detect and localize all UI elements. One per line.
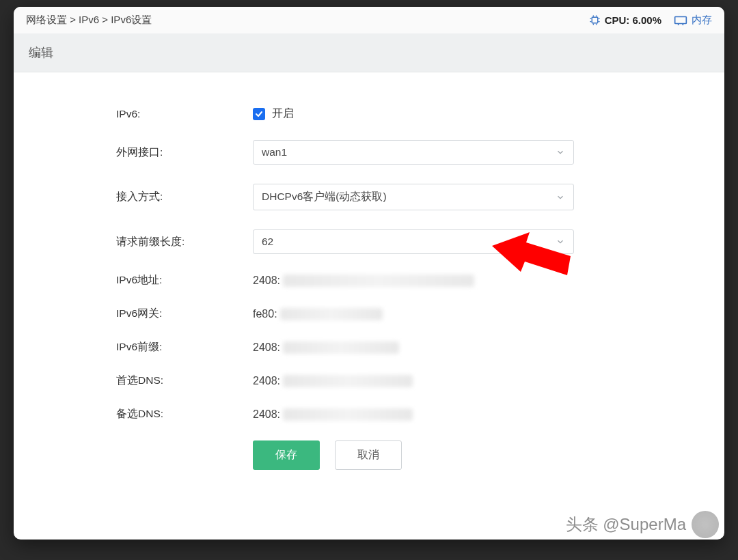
cancel-button[interactable]: 取消 [335,440,402,470]
ipv6-enable-label: 开启 [272,107,294,121]
label-ipv6: IPv6: [116,108,253,120]
redacted-text [283,375,413,387]
redacted-text [280,308,383,320]
ipv6-address-value: 2408: [253,275,280,287]
row-primary-dns: 首选DNS: 2408: [116,374,683,388]
memory-label: 内存 [692,14,712,27]
wan-interface-value: wan1 [262,146,287,158]
row-ipv6-prefix: IPv6前缀: 2408: [116,340,683,354]
row-secondary-dns: 备选DNS: 2408: [116,407,683,421]
label-secondary-dns: 备选DNS: [116,407,253,421]
memory-usage: 内存 [674,14,712,27]
wan-interface-select[interactable]: wan1 [253,140,574,165]
access-mode-select[interactable]: DHCPv6客户端(动态获取) [253,184,574,210]
ipv6-prefix-value: 2408: [253,341,280,354]
watermark-text: 头条 @SuperMa [566,514,686,535]
breadcrumb: 网络设置 > IPv6 > IPv6设置 [26,14,152,27]
ipv6-gateway-value: fe80: [253,308,277,320]
redacted-text [283,408,413,421]
prefix-length-select[interactable]: 62 [253,229,574,254]
chevron-down-icon [556,193,565,202]
prefix-length-value: 62 [262,236,273,248]
ipv6-enable-checkbox[interactable] [253,108,265,120]
label-wan-interface: 外网接口: [116,145,253,160]
cpu-icon [589,14,601,26]
section-title: 编辑 [14,33,724,72]
watermark-badge-icon [692,511,719,538]
form: IPv6: 开启 外网接口: wan1 接入方式: [14,72,724,490]
svg-rect-1 [675,17,687,24]
memory-icon [674,15,687,25]
row-wan-interface: 外网接口: wan1 [116,140,683,165]
label-access-mode: 接入方式: [116,190,253,204]
label-ipv6-gateway: IPv6网关: [116,307,253,321]
row-prefix-length: 请求前缀长度: 62 [116,229,683,254]
save-button[interactable]: 保存 [253,440,320,470]
redacted-text [283,275,474,287]
topbar: 网络设置 > IPv6 > IPv6设置 CPU: 6.00% [14,7,724,33]
row-ipv6-enable: IPv6: 开启 [116,107,683,121]
cpu-label: CPU: 6.00% [605,14,661,26]
watermark: 头条 @SuperMa [566,511,719,538]
settings-window: 网络设置 > IPv6 > IPv6设置 CPU: 6.00% [14,7,724,540]
label-primary-dns: 首选DNS: [116,374,253,388]
label-ipv6-prefix: IPv6前缀: [116,340,253,354]
access-mode-value: DHCPv6客户端(动态获取) [262,190,387,204]
cpu-usage: CPU: 6.00% [589,14,661,26]
redacted-text [283,341,399,354]
chevron-down-icon [556,148,565,157]
status-area: CPU: 6.00% 内存 [589,14,712,27]
form-actions: 保存 取消 [253,440,683,470]
primary-dns-value: 2408: [253,375,280,387]
label-prefix-length: 请求前缀长度: [116,235,253,249]
row-ipv6-address: IPv6地址: 2408: [116,273,683,288]
chevron-down-icon [556,237,565,247]
secondary-dns-value: 2408: [253,408,280,421]
row-access-mode: 接入方式: DHCPv6客户端(动态获取) [116,184,683,210]
label-ipv6-address: IPv6地址: [116,273,253,288]
svg-rect-0 [592,17,598,23]
row-ipv6-gateway: IPv6网关: fe80: [116,307,683,321]
